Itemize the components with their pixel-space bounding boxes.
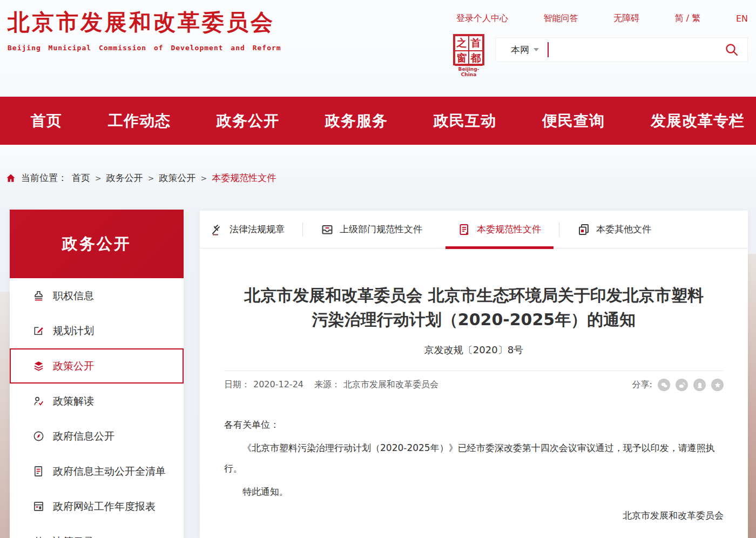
breadcrumb-item-current: 本委规范性文件 (212, 172, 276, 184)
sidebar-item-label: 政府信息公开 (53, 429, 114, 443)
sidebar-item-policy-interpretation[interactable]: 政策解读 (10, 384, 184, 419)
person-check-icon (32, 395, 45, 407)
tab-commission-normative-docs[interactable]: 本委规范性文件 (440, 211, 559, 248)
nav-item-work-news[interactable]: 工作动态 (108, 111, 171, 131)
article-source: 北京市发展和改革委员会 (343, 379, 438, 391)
sidebar-item-decision-catalog[interactable]: 决策目录 (10, 524, 184, 538)
home-icon[interactable] (5, 173, 16, 184)
share-wechat-button[interactable] (658, 379, 670, 391)
body-paragraph: 《北京市塑料污染治理行动计划（2020-2025年）》已经市委深改委第十四次会议… (224, 438, 724, 479)
layers-icon (32, 360, 45, 372)
sidebar-item-label: 决策目录 (53, 535, 94, 538)
share-favorite-button[interactable] (711, 379, 724, 391)
sidebar-item-label: 规划计划 (53, 324, 94, 338)
sidebar-item-label: 政策解读 (53, 394, 94, 408)
search-input[interactable] (549, 39, 725, 60)
sidebar-item-label: 政府网站工作年度报表 (53, 500, 156, 514)
tab-laws-regulations[interactable]: 法律法规规章 (211, 211, 302, 248)
search-button[interactable] (725, 43, 739, 57)
sidebar: 政务公开 职权信息 规划计划 政策公开 (10, 210, 184, 538)
breadcrumb-item-home[interactable]: 首页 (72, 172, 90, 184)
seal-caption: Beijing-China (451, 66, 486, 77)
star-icon (714, 381, 721, 389)
breadcrumb: 当前位置： 首页 > 政务公开 > 政策公开 > 本委规范性文件 (5, 172, 276, 184)
accessibility-link[interactable]: 无障碍 (613, 13, 639, 24)
report-table-icon (32, 500, 45, 513)
edit-document-icon (32, 325, 45, 337)
nav-item-reform-column[interactable]: 发展改革专栏 (651, 111, 745, 131)
breadcrumb-separator: > (148, 174, 154, 183)
sidebar-item-website-annual-report[interactable]: 政府网站工作年度报表 (10, 489, 184, 524)
background-photo-left (0, 292, 10, 538)
body-signature: 北京市发展和改革委员会 (224, 506, 724, 526)
document-number: 京发改规〔2020〕8号 (224, 344, 724, 357)
search-icon (725, 43, 739, 57)
page: 北京市发展和改革委员会 Beijing Municipal Commission… (0, 0, 756, 538)
share-bar: 分享: (632, 379, 724, 391)
breadcrumb-separator: > (95, 174, 102, 183)
nav-item-gov-disclosure[interactable]: 政务公开 (217, 111, 279, 131)
article-title: 北京市发展和改革委员会 北京市生态环境局关于印发北京市塑料污染治理行动计划（20… (237, 283, 712, 332)
share-qq-button[interactable] (693, 379, 706, 391)
seal-grid: 之 首 窗 都 (453, 34, 484, 65)
document-lines-icon (32, 465, 45, 478)
seal-char: 首 (469, 36, 483, 51)
beijing-china-seal[interactable]: 之 首 窗 都 Beijing-China (451, 34, 486, 77)
site-title: 北京市发展和改革委员会 (8, 8, 281, 37)
site-logo[interactable]: 北京市发展和改革委员会 Beijing Municipal Commission… (8, 8, 281, 52)
compass-icon (32, 430, 45, 442)
sidebar-title: 政务公开 (10, 210, 184, 278)
nav-item-home[interactable]: 首页 (31, 111, 62, 131)
date-label: 日期： (224, 379, 250, 391)
login-link[interactable]: 登录个人中心 (456, 13, 508, 24)
share-weibo-button[interactable] (676, 379, 688, 391)
article-body: 各有关单位： 《北京市塑料污染治理行动计划（2020-2025年）》已经市委深改… (224, 415, 724, 526)
sidebar-item-policy-disclosure[interactable]: 政策公开 (10, 348, 184, 384)
site-subtitle: Beijing Municipal Commission of Developm… (8, 44, 281, 52)
nav-item-public-query[interactable]: 便民查询 (542, 111, 605, 131)
smart-qa-link[interactable]: 智能问答 (544, 13, 578, 24)
pages-icon (577, 223, 590, 236)
category-tabs: 法律法规规章 上级部门规范性文件 本委规范性文件 (200, 211, 748, 248)
sidebar-item-proactive-disclosure-list[interactable]: 政府信息主动公开全清单 (10, 454, 184, 489)
gavel-icon (211, 223, 224, 236)
breadcrumb-item-gov-disclosure[interactable]: 政务公开 (106, 172, 143, 184)
tab-commission-other-docs[interactable]: 本委其他文件 (559, 211, 669, 248)
breadcrumb-label: 当前位置： (21, 172, 67, 184)
simplified-traditional-link[interactable]: 简 / 繁 (675, 13, 701, 24)
tab-superior-normative-docs[interactable]: 上级部门规范性文件 (303, 211, 440, 248)
tab-label: 本委规范性文件 (477, 223, 541, 236)
nav-item-gov-services[interactable]: 政务服务 (325, 111, 388, 131)
search-bar: 本网 (495, 37, 748, 62)
search-scope-label: 本网 (511, 44, 529, 56)
nav-item-interaction[interactable]: 政民互动 (434, 111, 496, 131)
wechat-icon (660, 381, 668, 389)
weibo-icon (678, 381, 686, 389)
sidebar-item-label: 政策公开 (53, 359, 94, 373)
share-label: 分享: (632, 379, 652, 391)
sidebar-item-authority-info[interactable]: 职权信息 (10, 278, 184, 313)
seal-char: 之 (455, 36, 469, 51)
main-content: 法律法规规章 上级部门规范性文件 本委规范性文件 (200, 211, 748, 538)
meta-divider (224, 371, 724, 371)
article-date: 2020-12-24 (253, 379, 303, 391)
sidebar-item-gov-info-disclosure[interactable]: 政府信息公开 (10, 419, 184, 454)
search-scope-dropdown[interactable]: 本网 (511, 44, 539, 56)
red-document-icon (458, 223, 471, 236)
article-meta: 日期： 2020-12-24 来源： 北京市发展和改革委员会 分享: (224, 379, 724, 391)
source-label: 来源： (314, 379, 340, 391)
article-meta-left: 日期： 2020-12-24 来源： 北京市发展和改革委员会 (224, 379, 438, 391)
sidebar-item-planning[interactable]: 规划计划 (10, 313, 184, 348)
sidebar-item-label: 政府信息主动公开全清单 (53, 465, 166, 479)
article: 北京市发展和改革委员会 北京市生态环境局关于印发北京市塑料污染治理行动计划（20… (200, 248, 748, 526)
breadcrumb-item-policy-disclosure[interactable]: 政策公开 (159, 172, 195, 184)
calendar-icon (32, 535, 45, 538)
english-link[interactable]: EN (736, 14, 748, 24)
stamp-icon (32, 290, 45, 302)
seal-char: 窗 (455, 51, 469, 66)
main-nav: 首页 工作动态 政务公开 政务服务 政民互动 便民查询 发展改革专栏 (0, 97, 756, 145)
body-salutation: 各有关单位： (224, 415, 724, 435)
sidebar-item-label: 职权信息 (53, 289, 94, 303)
seal-char: 都 (469, 51, 483, 66)
top-utility-links: 登录个人中心 智能问答 无障碍 简 / 繁 EN (456, 13, 748, 24)
